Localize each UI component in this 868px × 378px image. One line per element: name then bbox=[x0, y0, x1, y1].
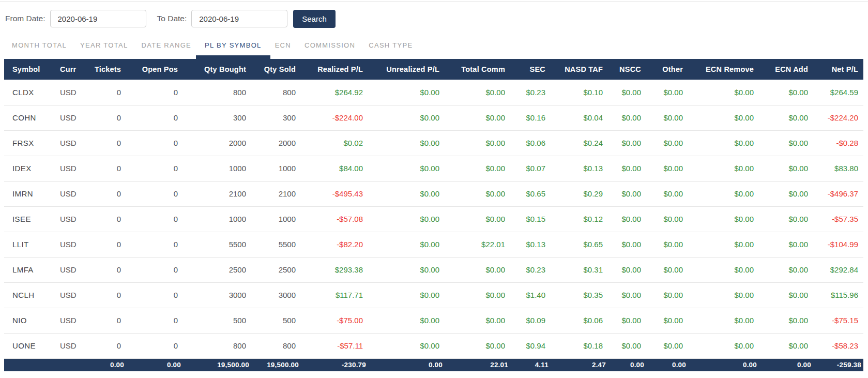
table-cell: 0 bbox=[92, 80, 126, 105]
table-cell: $0.00 bbox=[688, 232, 759, 257]
totals-cell: 0.00 bbox=[759, 358, 813, 371]
tab-date-range[interactable]: DATE RANGE bbox=[135, 38, 199, 53]
table-cell: $0.00 bbox=[646, 80, 688, 105]
search-button[interactable]: Search bbox=[293, 10, 336, 28]
tab-year-total[interactable]: YEAR TOTAL bbox=[73, 38, 134, 53]
table-cell: 800 bbox=[251, 80, 301, 105]
header-cell: SEC bbox=[510, 59, 551, 80]
to-date-input[interactable] bbox=[191, 10, 287, 27]
table-cell: $0.00 bbox=[646, 156, 688, 181]
pl-by-symbol-table: SymbolCurrTicketsOpen PosQty BoughtQty S… bbox=[4, 59, 863, 371]
totals-cell: 0.00 bbox=[608, 358, 646, 371]
table-cell: 1000 bbox=[183, 206, 251, 232]
table-cell: 500 bbox=[183, 308, 251, 333]
table-cell: $0.00 bbox=[608, 333, 646, 358]
table-cell: USD bbox=[56, 130, 92, 156]
table-cell: CLDX bbox=[4, 80, 56, 105]
table-cell: $0.13 bbox=[510, 232, 551, 257]
table-row: NCLHUSD0030003000$117.71$0.00$0.00$1.40$… bbox=[4, 282, 863, 308]
table-cell: 0 bbox=[92, 156, 126, 181]
table-cell: $0.09 bbox=[510, 308, 551, 333]
table-cell: $0.24 bbox=[551, 130, 608, 156]
table-cell: $293.38 bbox=[301, 257, 368, 282]
table-cell: 2500 bbox=[251, 257, 301, 282]
table-cell: $0.07 bbox=[510, 156, 551, 181]
table-cell: -$57.08 bbox=[301, 206, 368, 232]
table-cell: $0.00 bbox=[688, 308, 759, 333]
header-cell: Unrealized P/L bbox=[368, 59, 445, 80]
table-cell: $0.00 bbox=[646, 282, 688, 308]
table-cell: USD bbox=[56, 333, 92, 358]
tab-commission[interactable]: COMMISSION bbox=[298, 38, 362, 53]
from-date-input[interactable] bbox=[50, 10, 146, 27]
table-cell: $0.00 bbox=[368, 105, 445, 130]
table-cell: $83.80 bbox=[813, 156, 863, 181]
tab-month-total[interactable]: MONTH TOTAL bbox=[5, 38, 73, 53]
table-row: NIOUSD00500500-$75.00$0.00$0.00$0.09$0.0… bbox=[4, 308, 863, 333]
table-cell: 0 bbox=[126, 308, 183, 333]
table-cell: $0.00 bbox=[688, 206, 759, 232]
table-cell: USD bbox=[56, 80, 92, 105]
table-cell: $0.29 bbox=[551, 181, 608, 206]
table-cell: 0 bbox=[126, 282, 183, 308]
table-cell: $0.00 bbox=[688, 282, 759, 308]
totals-cell: -230.79 bbox=[301, 358, 368, 371]
table-cell: $0.00 bbox=[646, 105, 688, 130]
table-cell: 0 bbox=[92, 282, 126, 308]
table-cell: USD bbox=[56, 232, 92, 257]
from-date-label: From Date: bbox=[5, 14, 45, 23]
table-header-row: SymbolCurrTicketsOpen PosQty BoughtQty S… bbox=[4, 59, 863, 80]
table-cell: $0.00 bbox=[368, 282, 445, 308]
table-cell: $0.00 bbox=[759, 105, 813, 130]
table-cell: -$104.99 bbox=[813, 232, 863, 257]
table-cell: UONE bbox=[4, 333, 56, 358]
table-cell: 0 bbox=[126, 156, 183, 181]
totals-cell: 19,500.00 bbox=[183, 358, 251, 371]
table-cell: $0.00 bbox=[759, 156, 813, 181]
table-cell: 0 bbox=[126, 257, 183, 282]
table-cell: $0.00 bbox=[688, 80, 759, 105]
table-cell: -$224.20 bbox=[813, 105, 863, 130]
table-cell: IMRN bbox=[4, 181, 56, 206]
table-cell: 5500 bbox=[183, 232, 251, 257]
table-cell: $0.00 bbox=[445, 206, 510, 232]
table-cell: 300 bbox=[251, 105, 301, 130]
table-cell: $0.00 bbox=[445, 308, 510, 333]
table-cell: $0.23 bbox=[510, 80, 551, 105]
header-cell: Net P/L bbox=[813, 59, 863, 80]
table-cell: -$0.28 bbox=[813, 130, 863, 156]
table-cell: $0.00 bbox=[445, 105, 510, 130]
table-cell: $0.00 bbox=[759, 181, 813, 206]
table-cell: USD bbox=[56, 308, 92, 333]
table-cell: 800 bbox=[183, 80, 251, 105]
tab-ecn[interactable]: ECN bbox=[268, 38, 298, 53]
table-cell: $0.00 bbox=[445, 130, 510, 156]
header-cell: Qty Sold bbox=[251, 59, 301, 80]
table-cell: $0.00 bbox=[688, 105, 759, 130]
table-cell: USD bbox=[56, 181, 92, 206]
table-cell: USD bbox=[56, 105, 92, 130]
table-cell: 2100 bbox=[251, 181, 301, 206]
report-tabs: MONTH TOTAL YEAR TOTAL DATE RANGE PL BY … bbox=[0, 38, 868, 53]
tab-cash-type[interactable]: CASH TYPE bbox=[362, 38, 419, 53]
table-cell: 0 bbox=[92, 308, 126, 333]
totals-cell: 22.01 bbox=[445, 358, 510, 371]
table-cell: $0.00 bbox=[445, 80, 510, 105]
table-cell: -$57.11 bbox=[301, 333, 368, 358]
tab-pl-by-symbol[interactable]: PL BY SYMBOL bbox=[198, 38, 268, 53]
filter-bar: From Date: To Date: Search bbox=[0, 2, 868, 28]
table-cell: $115.96 bbox=[813, 282, 863, 308]
table-cell: 0 bbox=[126, 80, 183, 105]
table-cell: $0.00 bbox=[688, 181, 759, 206]
table-cell: FRSX bbox=[4, 130, 56, 156]
table-cell: -$75.00 bbox=[301, 308, 368, 333]
table-cell: $0.00 bbox=[368, 130, 445, 156]
table-cell: COHN bbox=[4, 105, 56, 130]
table-cell: $0.23 bbox=[510, 257, 551, 282]
table-cell: $0.00 bbox=[688, 257, 759, 282]
table-cell: $84.00 bbox=[301, 156, 368, 181]
table-row: IMRNUSD0021002100-$495.43$0.00$0.00$0.65… bbox=[4, 181, 863, 206]
table-cell: $0.00 bbox=[608, 232, 646, 257]
table-cell: 0 bbox=[126, 105, 183, 130]
table-cell: $0.00 bbox=[368, 156, 445, 181]
